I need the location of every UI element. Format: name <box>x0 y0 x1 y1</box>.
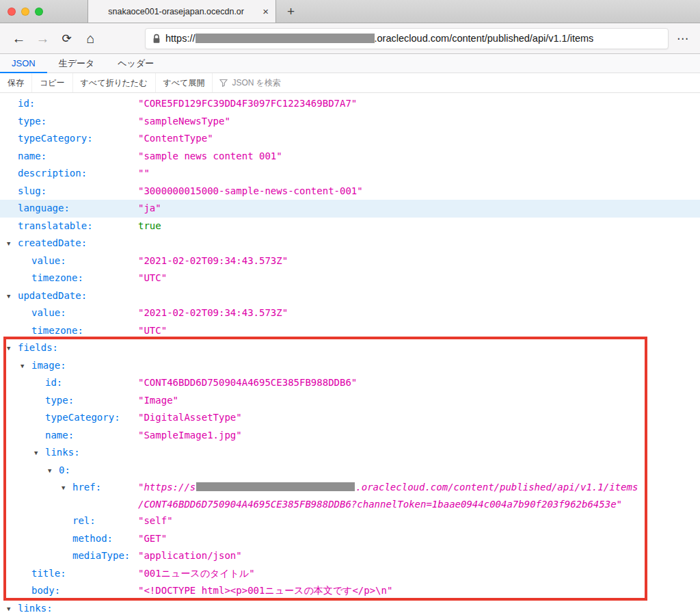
json-value: true <box>138 218 700 235</box>
json-key: typeCategory: <box>18 133 93 144</box>
window-titlebar: snakaoce001-orasejapan.ocecdn.or × + <box>0 0 700 23</box>
traffic-lights <box>0 0 88 23</box>
tab-headers[interactable]: ヘッダー <box>106 54 165 73</box>
json-key: updatedDate: <box>18 290 87 301</box>
tab-close-icon[interactable]: × <box>262 6 269 16</box>
twisty-icon[interactable]: ▼ <box>34 445 45 462</box>
json-key: body: <box>31 585 60 596</box>
json-row-links[interactable]: ▼links: <box>0 600 700 615</box>
json-row-id[interactable]: ▼id:"CORE5FD129FC39DD4F3097FC1223469BD7A… <box>0 95 700 113</box>
json-key: rel: <box>72 515 96 526</box>
json-row-id[interactable]: ▼id:"CONT46BDD6D750904A4695CE385FB988DDB… <box>0 374 700 392</box>
json-value: "<!DOCTYPE html><p>001ニュースの本文です</p>\n" <box>138 582 700 599</box>
home-icon[interactable]: ⌂ <box>79 27 103 49</box>
json-row-updatedDate[interactable]: ▼updatedDate: <box>0 287 700 305</box>
json-row-description[interactable]: ▼description:"" <box>0 165 700 183</box>
page-actions-menu-icon[interactable]: ⋯ <box>673 27 693 49</box>
json-key: links: <box>45 447 80 458</box>
forward-icon[interactable]: → <box>31 27 55 49</box>
json-value: "UTC" <box>138 270 700 287</box>
json-value: "DigitalAssetType" <box>138 409 700 426</box>
twisty-icon[interactable]: ▼ <box>21 358 31 375</box>
window-close-button[interactable] <box>8 8 16 16</box>
twisty-icon[interactable]: ▼ <box>7 235 18 252</box>
json-value: "" <box>138 165 700 182</box>
json-value: "sample news content 001" <box>138 148 700 165</box>
json-value: "001ニュースのタイトル" <box>138 565 700 582</box>
save-button[interactable]: 保存 <box>0 73 32 92</box>
json-row-method[interactable]: ▼method:"GET" <box>0 530 700 548</box>
expand-all-button[interactable]: すべて展開 <box>156 73 213 92</box>
collapse-all-button[interactable]: すべて折りたたむ <box>73 73 156 92</box>
json-row-createdDate[interactable]: ▼createdDate: <box>0 235 700 252</box>
back-icon[interactable]: ← <box>7 27 31 49</box>
json-key: typeCategory: <box>45 412 120 423</box>
json-row-body[interactable]: ▼body:"<!DOCTYPE html><p>001ニュースの本文です</p… <box>0 582 700 600</box>
json-row-value[interactable]: ▼value:"2021-02-02T09:34:43.573Z" <box>0 304 700 322</box>
json-value: "SampleImage1.jpg" <box>138 427 700 444</box>
json-row-mediaType[interactable]: ▼mediaType:"application/json" <box>0 547 700 565</box>
filter-input[interactable] <box>232 78 368 88</box>
twisty-icon[interactable]: ▼ <box>7 601 18 615</box>
json-row-0[interactable]: ▼0: <box>0 462 700 480</box>
json-row-title[interactable]: ▼title:"001ニュースのタイトル" <box>0 565 700 583</box>
json-row-typeCategory[interactable]: ▼typeCategory:"DigitalAssetType" <box>0 409 700 427</box>
twisty-icon[interactable]: ▼ <box>48 462 59 480</box>
json-tree: ▼id:"CORE5FD129FC39DD4F3097FC1223469BD7A… <box>0 93 700 615</box>
json-key: 0: <box>59 464 70 475</box>
reload-icon[interactable]: ⟳ <box>55 27 79 49</box>
json-row-timezone[interactable]: ▼timezone:"UTC" <box>0 270 700 287</box>
lock-icon <box>152 34 161 44</box>
json-row-href[interactable]: ▼href:"https://s.oraclecloud.com/content… <box>0 479 700 512</box>
json-viewer-toolbar: 保存 コピー すべて折りたたむ すべて展開 <box>0 73 700 93</box>
twisty-icon[interactable]: ▼ <box>62 480 72 497</box>
json-row-image[interactable]: ▼image: <box>0 357 700 375</box>
json-key: translatable: <box>18 220 93 231</box>
json-value: "CONT46BDD6D750904A4695CE385FB988DDB6" <box>138 374 700 391</box>
json-key: fields: <box>18 342 58 353</box>
json-value: "UTC" <box>138 322 700 339</box>
json-row-fields[interactable]: ▼fields: <box>0 339 700 357</box>
json-key: value: <box>31 307 66 318</box>
json-row-timezone[interactable]: ▼timezone:"UTC" <box>0 322 700 340</box>
json-key: method: <box>72 533 113 544</box>
json-key: id: <box>45 377 62 388</box>
twisty-icon[interactable]: ▼ <box>7 340 18 357</box>
browser-tab[interactable]: snakaoce001-orasejapan.ocecdn.or × <box>88 0 276 23</box>
json-row-type[interactable]: ▼type:"sampleNewsType" <box>0 113 700 131</box>
json-viewer-tabs: JSON 生データ ヘッダー <box>0 54 700 73</box>
json-row-type[interactable]: ▼type:"Image" <box>0 392 700 410</box>
url-text: https://.oraclecloud.com/content/publish… <box>165 33 593 44</box>
json-key: href: <box>72 482 101 493</box>
json-value: "GET" <box>138 530 700 547</box>
navigation-toolbar: ← → ⟳ ⌂ https://.oraclecloud.com/content… <box>0 23 700 54</box>
json-value: "2021-02-02T09:34:43.573Z" <box>138 304 700 322</box>
json-key: value: <box>31 255 66 266</box>
copy-button[interactable]: コピー <box>32 73 73 92</box>
json-key: timezone: <box>31 325 83 336</box>
twisty-icon[interactable]: ▼ <box>7 288 18 305</box>
json-row-language[interactable]: ▼language:"ja" <box>0 200 700 218</box>
json-key: timezone: <box>31 272 83 283</box>
json-row-name[interactable]: ▼name:"SampleImage1.jpg" <box>0 427 700 445</box>
json-row-name[interactable]: ▼name:"sample news content 001" <box>0 148 700 166</box>
json-key: image: <box>31 360 66 371</box>
json-row-slug[interactable]: ▼slug:"3000000015000-sample-news-content… <box>0 183 700 200</box>
json-row-translatable[interactable]: ▼translatable:true <box>0 218 700 235</box>
tab-json[interactable]: JSON <box>0 54 47 73</box>
json-row-rel[interactable]: ▼rel:"self" <box>0 512 700 530</box>
window-zoom-button[interactable] <box>35 8 43 16</box>
json-filter <box>213 78 375 88</box>
window-minimize-button[interactable] <box>21 8 29 16</box>
json-key: title: <box>31 568 66 579</box>
json-row-typeCategory[interactable]: ▼typeCategory:"ContentType" <box>0 130 700 148</box>
json-value: "2021-02-02T09:34:43.573Z" <box>138 252 700 270</box>
url-bar[interactable]: https://.oraclecloud.com/content/publish… <box>145 28 669 49</box>
json-row-links[interactable]: ▼links: <box>0 444 700 462</box>
new-tab-button[interactable]: + <box>276 0 306 23</box>
tab-raw-data[interactable]: 生データ <box>47 54 107 73</box>
json-value: "sampleNewsType" <box>138 113 700 130</box>
json-key: description: <box>18 168 87 179</box>
json-row-value[interactable]: ▼value:"2021-02-02T09:34:43.573Z" <box>0 252 700 270</box>
json-value: "Image" <box>138 392 700 409</box>
